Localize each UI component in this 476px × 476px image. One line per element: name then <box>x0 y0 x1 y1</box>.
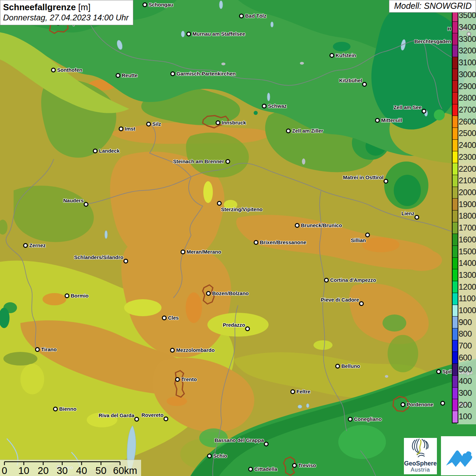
city-label: Schlanders/Silandro <box>74 254 123 260</box>
model-label: Modell: SNOWGRID <box>389 0 476 13</box>
legend-color-bar <box>452 9 458 423</box>
legend-segment <box>453 45 458 57</box>
city-label: Brixen/Bressanone <box>260 239 306 245</box>
geosphere-logo: GeoSphere Austria <box>404 438 437 474</box>
city-dot <box>254 240 258 245</box>
legend-tick-label: 2900 <box>459 82 476 91</box>
city-label: Predazzo <box>223 322 245 328</box>
map-title: Schneefallgrenze [m] <box>3 2 129 13</box>
label-fragment: H <box>447 26 451 32</box>
city-label: Pordenone <box>407 402 433 407</box>
city-dot <box>359 301 364 306</box>
city-label: Zell am See <box>393 104 422 110</box>
city-label: Murnau am Staffelsee <box>192 31 245 37</box>
legend-segment <box>453 80 458 92</box>
scale-bar-label: 50 <box>96 465 106 476</box>
city-dot <box>329 53 334 58</box>
city-dot <box>162 316 167 320</box>
city-label: Cortina d'Ampezzo <box>330 277 376 283</box>
city-dot <box>65 293 69 298</box>
geosphere-logo-name: GeoSphere <box>404 460 437 467</box>
legend-segment <box>453 187 458 199</box>
scale-bar: 0102030405060km <box>0 460 141 476</box>
city-dot <box>324 278 329 283</box>
city-dot <box>384 179 388 184</box>
city-dot <box>186 32 191 36</box>
city-dot <box>116 73 120 78</box>
city-dot <box>119 126 123 131</box>
legend-tick-label: 300 <box>459 388 472 398</box>
city-label: Bruneck/Brunico <box>301 222 342 228</box>
legend-tick-label: 800 <box>459 329 472 339</box>
city-label: Bad Tölz <box>245 13 267 19</box>
city-label: Treviso <box>298 462 316 468</box>
city-dot <box>146 122 151 126</box>
legend-tick-label: 600 <box>459 353 472 362</box>
legend-tick-label: 2800 <box>459 93 476 103</box>
legend-tick-label: 900 <box>459 318 472 327</box>
city-dot <box>286 129 291 133</box>
city-dot <box>375 118 380 123</box>
geosphere-logo-country: Austria <box>404 467 437 473</box>
legend-tick-label: 1100 <box>459 294 476 303</box>
city-label: Steinach am Brenner <box>173 158 224 164</box>
legend-segment <box>453 293 458 305</box>
legend-segment <box>453 116 458 128</box>
scale-bar-label: 0 <box>2 465 7 476</box>
city-label: Tirano <box>41 346 57 352</box>
city-dot <box>290 389 295 394</box>
legend-segment <box>453 222 458 234</box>
legend-segment <box>453 175 458 187</box>
legend-tick-label: 1900 <box>459 200 476 209</box>
city-dot <box>181 250 185 254</box>
legend-segment <box>453 363 458 375</box>
legend-tick-label: 1700 <box>459 223 476 233</box>
city-label: Garmisch-Partenkirchen <box>176 71 236 76</box>
city-dot <box>123 259 128 264</box>
legend-segment <box>453 151 458 163</box>
map-title-box: Schneefallgrenze [m] Donnerstag, 27.04.2… <box>0 0 133 25</box>
scale-bar-label: 30 <box>57 465 68 476</box>
city-label: Landeck <box>99 148 120 154</box>
legend-tick-label: 2200 <box>459 164 476 174</box>
city-label: Sterzing/Vipiteno <box>221 206 262 212</box>
city-label: Schio <box>213 453 227 459</box>
city-label: Innsbruck <box>222 120 246 125</box>
legend-tick-label: 2400 <box>459 140 476 150</box>
city-label: Sillian <box>351 237 366 243</box>
legend-segment <box>453 69 458 81</box>
city-label: Mezzolombardo <box>176 347 215 353</box>
legend-segment <box>453 399 458 411</box>
city-label: Bienno <box>59 406 76 412</box>
legend-segment <box>453 128 458 139</box>
legend-segment <box>453 92 458 104</box>
city-label: Pieve di Cadore <box>321 297 359 303</box>
city-dot <box>35 347 40 352</box>
city-dot <box>239 14 244 18</box>
legend-tick-label: 1200 <box>459 282 476 292</box>
scale-bar-label: 20 <box>38 465 49 476</box>
city-label: Kitzbühel <box>339 78 362 83</box>
legend-tick-label: 1000 <box>459 306 476 315</box>
legend-tick-label: 1300 <box>459 270 476 280</box>
city-dot <box>206 291 211 296</box>
city-label: Meran/Merano <box>187 249 221 255</box>
city-dot <box>245 326 250 331</box>
city-dot <box>335 364 340 369</box>
city-dot <box>422 109 426 114</box>
city-dot <box>207 454 212 458</box>
legend-segment <box>453 411 458 423</box>
legend-tick-label: 100 <box>459 412 472 421</box>
legend-segment <box>453 57 458 69</box>
legend-segment <box>453 387 458 399</box>
city-dot <box>225 159 230 164</box>
legend-tick-label: 1400 <box>459 258 476 268</box>
city-label: Cles <box>168 315 179 321</box>
city-dot <box>436 369 441 374</box>
city-label: Conegliano <box>354 416 382 422</box>
city-label: Feltre <box>296 389 310 394</box>
city-dot <box>440 401 445 406</box>
legend-tick-label: 400 <box>459 376 472 386</box>
legend-tick-label: 3000 <box>459 70 476 79</box>
city-dot <box>292 463 297 468</box>
